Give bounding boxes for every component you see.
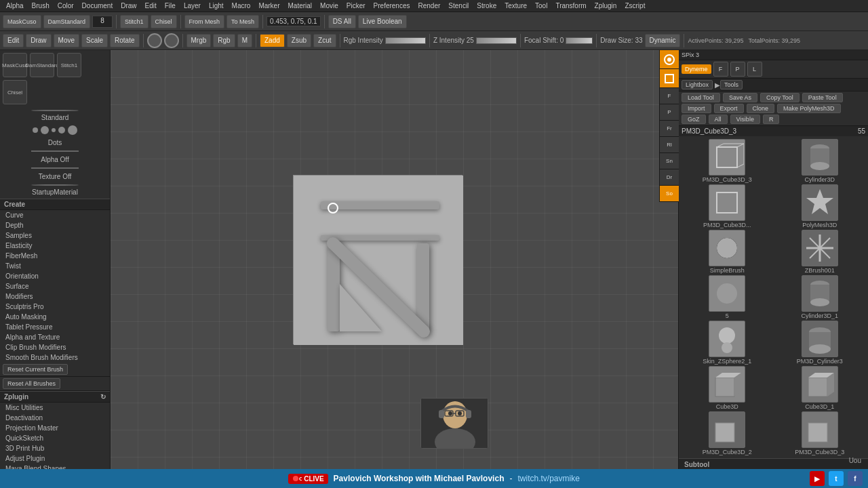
menu-preferences[interactable]: Preferences	[370, 1, 414, 10]
chisel-btn[interactable]: Chisel	[151, 15, 177, 28]
menu-texture[interactable]: Texture	[501, 1, 530, 10]
mrgb-btn[interactable]: Mrgb	[186, 34, 212, 47]
z-intensity-slider[interactable]	[476, 37, 517, 44]
facebook-icon[interactable]: f	[848, 471, 863, 486]
thumb-5[interactable]: 5	[682, 275, 773, 319]
m-btn[interactable]: M	[237, 34, 252, 47]
menu-zscript[interactable]: Zscript	[621, 1, 648, 10]
maya-blend-shapes-item[interactable]: Maya Blend Shapes	[0, 464, 110, 469]
focal-shift-slider[interactable]	[566, 37, 593, 44]
load-tool-btn[interactable]: Load Tool	[682, 93, 720, 102]
rotate-btn[interactable]: Rotate	[110, 34, 139, 47]
sculptris-pro-item[interactable]: Sculptris Pro	[0, 302, 110, 312]
goz-btn[interactable]: GoZ	[682, 115, 706, 124]
texture-preview[interactable]	[31, 167, 79, 169]
thumb-skinzsphere2[interactable]: Skin_ZSphere2_1	[682, 321, 773, 365]
menu-file[interactable]: File	[161, 1, 179, 10]
zadd-btn[interactable]: Zadd	[260, 34, 285, 47]
adjust-plugin-item[interactable]: Adjust Plugin	[0, 453, 110, 464]
zplugin-header[interactable]: Zplugin ↻	[0, 391, 110, 403]
damstandard-icon-btn[interactable]: DamStandard	[30, 53, 54, 77]
menu-render[interactable]: Render	[415, 1, 444, 10]
save-as-btn[interactable]: Save As	[723, 93, 757, 102]
export-btn[interactable]: Export	[714, 104, 744, 113]
draw-icon[interactable]	[660, 69, 679, 88]
roll-icon[interactable]: Rl	[660, 137, 679, 153]
model-canvas[interactable]	[293, 175, 462, 344]
depth-item[interactable]: Depth	[0, 220, 110, 230]
tools-btn[interactable]: Tools	[720, 80, 743, 89]
projection-master-item[interactable]: Projection Master	[0, 423, 110, 433]
floor-btn[interactable]: F	[713, 62, 728, 77]
snap-icon[interactable]: Sn	[660, 153, 679, 169]
move-btn[interactable]: Move	[54, 34, 79, 47]
menu-color[interactable]: Color	[54, 1, 77, 10]
canvas-area[interactable]	[111, 50, 678, 469]
draw-mode-circle2[interactable]	[164, 33, 179, 48]
make-polymesh-btn[interactable]: Make PolyMesh3D	[777, 104, 841, 113]
bottom-bar-link[interactable]: twitch.tv/pavmike	[517, 474, 579, 483]
twitter-icon[interactable]: t	[829, 471, 844, 486]
frame-icon[interactable]: Fr	[660, 121, 679, 137]
tablet-pressure-item[interactable]: Tablet Pressure	[0, 322, 110, 332]
menu-macro[interactable]: Macro	[229, 1, 254, 10]
to-mesh-btn[interactable]: To Mesh	[226, 15, 259, 28]
dynamic-btn[interactable]: Dynamic	[645, 34, 681, 47]
lightbox-btn[interactable]: Lightbox	[682, 80, 713, 89]
menu-edit[interactable]: Edit	[142, 1, 160, 10]
reset-current-brush-btn[interactable]: Reset Current Brush	[3, 364, 68, 375]
curve-item[interactable]: Curve	[0, 210, 110, 220]
solo-icon[interactable]: So	[660, 186, 679, 202]
thumb-pm3d-cube3d2[interactable]: PM3D_Cube3D_2	[682, 411, 773, 455]
copy-tool-btn[interactable]: Copy Tool	[760, 93, 800, 102]
floor-icon[interactable]: F	[660, 88, 679, 104]
chisel-icon-btn[interactable]: Chisel	[3, 80, 27, 104]
menu-tool[interactable]: Tool	[532, 1, 551, 10]
from-mesh-btn[interactable]: From Mesh	[184, 15, 225, 28]
menu-material[interactable]: Material	[285, 1, 316, 10]
reset-all-brushes-btn[interactable]: Reset All Brushes	[3, 378, 60, 389]
twist-item[interactable]: Twist	[0, 261, 110, 271]
thumb-cube3d[interactable]: Cube3D	[682, 366, 773, 410]
thumb-pm3d-cube3d3[interactable]: PM3D_Cube3D_3	[682, 139, 773, 183]
deactivation-item[interactable]: Deactivation	[0, 413, 110, 423]
menu-brush[interactable]: Brush	[28, 1, 53, 10]
zsub-btn[interactable]: Zsub	[287, 34, 311, 47]
smooth-brush-item[interactable]: Smooth Brush Modifiers	[0, 352, 110, 363]
clip-brush-item[interactable]: Clip Brush Modifiers	[0, 342, 110, 352]
persp-btn[interactable]: P	[730, 62, 745, 77]
elasticity-item[interactable]: Elasticity	[0, 241, 110, 251]
menu-picker[interactable]: Picker	[343, 1, 369, 10]
thumb-pm3d-cube3d3b[interactable]: PM3D_Cube3D_3	[774, 411, 866, 455]
thumb-pm3d-cube3d[interactable]: PM3D_Cube3D...	[682, 184, 773, 228]
draw-strip-icon[interactable]: Dr	[660, 169, 679, 186]
menu-stroke[interactable]: Stroke	[473, 1, 500, 10]
draw-mode-circle[interactable]	[147, 33, 162, 48]
live-boolean-btn[interactable]: Live Boolean	[358, 15, 407, 28]
material-preview[interactable]	[31, 184, 79, 186]
misc-utilities-item[interactable]: Misc Utilities	[0, 403, 110, 413]
loco-icon[interactable]	[660, 50, 679, 69]
thumb-zbrush001[interactable]: ZBrush001	[774, 230, 866, 274]
stitch1-btn[interactable]: Stitch1	[120, 15, 149, 28]
zcut-btn[interactable]: Zcut	[313, 34, 336, 47]
orientation-item[interactable]: Orientation	[0, 271, 110, 281]
quicksketch-item[interactable]: QuickSketch	[0, 433, 110, 443]
menu-movie[interactable]: Movie	[317, 1, 342, 10]
dynamic-btn[interactable]: Dyneme	[682, 64, 711, 74]
paste-tool-btn[interactable]: Paste Tool	[802, 93, 843, 102]
stitch1-icon-btn[interactable]: Stitch1	[57, 53, 81, 77]
surface-item[interactable]: Surface	[0, 281, 110, 291]
loco-btn[interactable]: L	[747, 62, 762, 77]
menu-draw[interactable]: Draw	[117, 1, 140, 10]
thumb-cylinder3d1[interactable]: Cylinder3D_1	[774, 275, 866, 319]
menu-alpha[interactable]: Alpha	[3, 1, 27, 10]
modifiers-item[interactable]: Modifiers	[0, 291, 110, 302]
thumb-polymesh3d[interactable]: PolyMesh3D	[774, 184, 866, 228]
visible-btn[interactable]: Visible	[730, 115, 760, 124]
live-badge[interactable]: C CLIVE	[288, 474, 328, 484]
thumb-simplebrush[interactable]: SimpleBrush	[682, 230, 773, 274]
maskcuso-icon-btn[interactable]: MaskCuso	[3, 53, 27, 77]
menu-zplugin[interactable]: Zplugin	[591, 1, 620, 10]
thumb-cube3d1[interactable]: Cube3D_1	[774, 366, 866, 410]
